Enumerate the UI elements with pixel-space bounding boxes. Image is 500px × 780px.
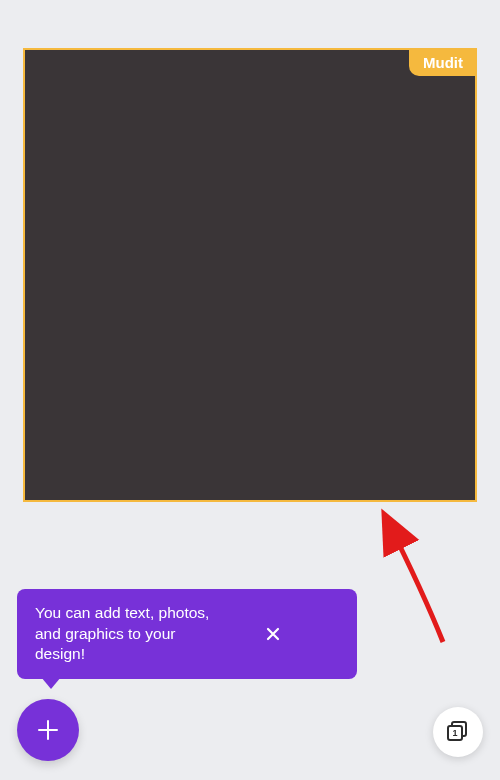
onboarding-tooltip: You can add text, photos, and graphics t… [17, 589, 357, 679]
pages-button[interactable]: 1 [433, 707, 483, 757]
tooltip-message: You can add text, photos, and graphics t… [35, 603, 215, 666]
collaborator-badge: Mudit [409, 50, 475, 76]
page-count: 1 [447, 725, 463, 741]
pages-icon: 1 [447, 721, 469, 743]
annotation-arrow [368, 502, 458, 652]
add-button[interactable] [17, 699, 79, 761]
close-icon [265, 626, 281, 642]
tooltip-close-button[interactable] [259, 620, 287, 648]
design-canvas[interactable]: Mudit [23, 48, 477, 502]
plus-icon [35, 717, 61, 743]
